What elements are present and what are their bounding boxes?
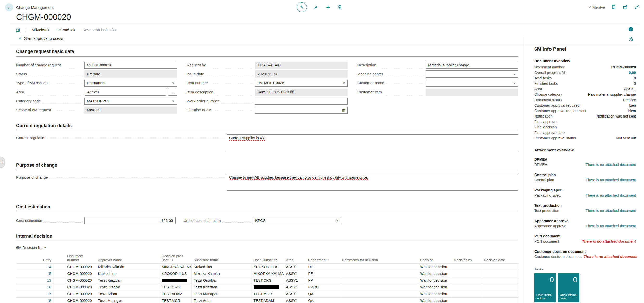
field-input[interactable]: Prepare: [84, 70, 177, 78]
dotted-leader: [49, 174, 225, 179]
cell-document-number: CHGM-000020: [65, 277, 96, 284]
expand-panel-tab[interactable]: ‹: [0, 157, 5, 168]
cell-comments: [340, 297, 418, 303]
dotted-leader: [383, 90, 424, 94]
pin-slash-icon: [629, 36, 634, 41]
cell-decision-by: [452, 270, 482, 277]
collapse-button[interactable]: [634, 5, 639, 10]
menu-new[interactable]: Új: [16, 28, 20, 32]
overview-row: Document status Prepare: [534, 97, 636, 103]
entry-link[interactable]: 17: [47, 292, 51, 296]
table-row[interactable]: → 16 ⋮ CHGM-000020 Teszt Orsolya TEST.OR…: [16, 284, 518, 291]
field-input[interactable]: Sam. ITT 172T170 00: [255, 89, 348, 96]
field-row: Duration of 4M: [187, 106, 348, 115]
field-row: Issue date 2023. 11. 26.: [187, 70, 348, 79]
current-regulation-textarea[interactable]: Current supplier is XY.: [227, 134, 518, 151]
cell-user-substitute: TEST.ORSI: [251, 277, 284, 284]
col-document-number[interactable]: Document number: [65, 254, 96, 264]
entry-link[interactable]: 13: [47, 278, 51, 282]
dotted-leader: [26, 90, 83, 94]
assist-edit-button[interactable]: ...: [168, 89, 177, 96]
entry-link[interactable]: 16: [47, 285, 51, 289]
col-substitute-name[interactable]: Substitute name: [191, 254, 251, 264]
attachment-status-link[interactable]: There is no attached document: [586, 193, 636, 198]
menu-reports[interactable]: Jelentések: [57, 28, 76, 32]
col-area[interactable]: Area: [284, 254, 306, 264]
attachment-status-link[interactable]: There is no attached document: [586, 177, 636, 183]
cell-comments: [340, 284, 418, 291]
field-input[interactable]: [426, 70, 518, 78]
edit-button[interactable]: ✎: [297, 2, 307, 12]
start-approval-label: Start approval process: [24, 36, 63, 41]
table-row[interactable]: → 17 ⋮ CHGM-000020 Teszt Adam TEST.ADAM …: [16, 291, 518, 297]
field-row: Scope of 6M request Material ...: [16, 106, 177, 115]
menu-fewer-options[interactable]: Kevesebb beállítás: [83, 28, 116, 32]
back-button[interactable]: ←: [5, 3, 13, 11]
attachment-group-title: PCN document: [534, 234, 636, 239]
cue-tile[interactable]: 0 Open internal tasks: [558, 273, 579, 302]
field-input[interactable]: 2023. 11. 26.: [255, 70, 348, 78]
field-input[interactable]: Permanent: [84, 80, 177, 87]
menu-actions[interactable]: Műveletek: [32, 28, 49, 32]
cell-decision-presenter: KROKOD.ILUS: [160, 270, 191, 277]
decision-list-selector[interactable]: 6M Decision list ∨: [16, 246, 46, 250]
attachment-group: Customer decision document Customer deci…: [534, 249, 636, 260]
cell-decision-by: [452, 291, 482, 297]
field-input[interactable]: [255, 98, 348, 105]
open-in-new-window-button[interactable]: [623, 5, 628, 10]
attachment-status-link[interactable]: There is no attached document: [582, 239, 636, 244]
table-row[interactable]: → 18 ⋮ CHGM-000020 Teszt Manager TEST.MG…: [16, 297, 518, 303]
entry-link[interactable]: 15: [47, 272, 51, 276]
delete-button[interactable]: [337, 4, 343, 10]
col-decision-by[interactable]: Decision by: [452, 254, 482, 264]
table-row[interactable]: → 15 ⋮ CHGM-000020 Krokod Ilus KROKOD.IL…: [16, 270, 518, 277]
cost-estimation-input[interactable]: -126,00: [84, 217, 176, 224]
col-user-substitute[interactable]: User Substitute: [251, 254, 284, 264]
field-row: Machine center: [357, 70, 518, 79]
field-input[interactable]: 0M-MOF1-0026: [255, 80, 348, 87]
attachment-status-link[interactable]: There is no attached document: [586, 223, 636, 229]
attachment-status-link[interactable]: There is no attached document: [586, 208, 636, 214]
info-icon[interactable]: i: [629, 27, 633, 31]
factbox-title: 6M Info Panel: [534, 46, 636, 52]
cost-unit-select[interactable]: KPCS: [253, 217, 341, 224]
attachment-status-link[interactable]: There is no attached document: [584, 254, 637, 260]
col-comments[interactable]: Comments for decision: [340, 254, 418, 264]
field-input[interactable]: [426, 89, 518, 96]
entry-link[interactable]: 18: [47, 299, 51, 303]
bookmark-button[interactable]: [611, 5, 616, 10]
cell-substitute-name: Teszt Adam: [191, 297, 251, 303]
col-decision-date[interactable]: Decision date: [482, 254, 518, 264]
divider: [10, 44, 639, 44]
col-approver-name[interactable]: Approver name: [96, 254, 160, 264]
new-button[interactable]: +: [326, 5, 330, 10]
entry-link[interactable]: 14: [47, 265, 51, 269]
attachment-label: PCN document: [534, 239, 559, 244]
col-entry[interactable]: Entry: [26, 254, 53, 264]
col-decision-presenter[interactable]: Decision pres. user ID: [160, 254, 191, 264]
overview-label: Customer approval request sent: [534, 108, 586, 114]
cue-tile[interactable]: 0 Open matrix actions: [534, 273, 556, 302]
start-approval-action[interactable]: ✓ Start approval process: [19, 36, 63, 41]
page-title: CHGM-000020: [16, 12, 71, 22]
field-input[interactable]: MATSUPPCH: [84, 98, 177, 105]
field-input[interactable]: [426, 80, 518, 87]
field-input[interactable]: CHGM-000020: [84, 62, 177, 69]
field-input[interactable]: TEST.VALAKI: [255, 62, 348, 69]
divider: [26, 28, 26, 32]
share-button[interactable]: [314, 4, 319, 10]
col-department[interactable]: Department ↑: [306, 254, 340, 264]
purpose-textarea[interactable]: Change to new AB supplier, because they …: [227, 174, 518, 191]
field-input[interactable]: ASSY1: [85, 89, 166, 96]
attachment-group: Control plan Control plan There is no at…: [534, 172, 636, 183]
table-row[interactable]: → 13 ⋮ CHGM-000020 Teszt Krisztián Teszt…: [16, 277, 518, 284]
attachment-group-title: Control plan: [534, 172, 636, 177]
unpin-button[interactable]: [629, 36, 634, 41]
col-decision[interactable]: Decision: [418, 254, 452, 264]
field-input[interactable]: Material supplier change: [426, 62, 518, 69]
field-label: Customer name: [357, 81, 384, 85]
attachment-status-link[interactable]: There is no attached document: [586, 162, 636, 167]
field-input[interactable]: [255, 107, 348, 114]
table-row[interactable]: → 14 ⋮ CHGM-000020 Mikorka Kálmán MIKORK…: [16, 263, 518, 270]
field-input[interactable]: Material: [84, 107, 177, 114]
